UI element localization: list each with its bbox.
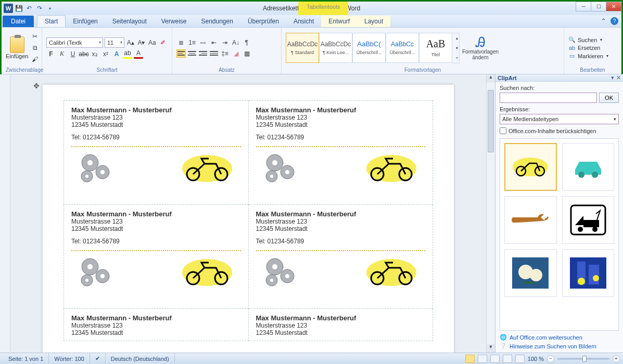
document-area[interactable]: ✥ Max Mustermann - Musterberuf Musterstr… (10, 74, 486, 353)
sort-icon[interactable]: A↓ (231, 38, 240, 47)
bullets-icon[interactable]: ≣ (176, 38, 186, 47)
font-size-combo[interactable]: 11 (105, 37, 124, 48)
media-type-combo[interactable]: Alle Mediendateitypen (500, 114, 619, 124)
label-cell[interactable]: Max Mustermann - Musterberuf Musterstras… (64, 205, 249, 309)
zoom-out-button[interactable]: − (547, 355, 554, 362)
help-icon[interactable]: ? (611, 17, 618, 25)
status-proofing[interactable]: ✔ (90, 353, 106, 364)
clipart-link-hints[interactable]: ❔Hinweise zum Suchen von Bildern (500, 342, 619, 350)
status-language[interactable]: Deutsch (Deutschland) (106, 353, 175, 364)
scroll-up-icon[interactable]: ▲ (487, 74, 495, 83)
align-justify-button[interactable] (209, 49, 219, 58)
label-cell[interactable]: Max Mustermann - Musterberuf Musterstras… (248, 101, 433, 205)
numbering-icon[interactable]: 1≡ (187, 38, 197, 47)
zoom-value[interactable]: 100 % (528, 356, 544, 362)
clipart-search-button[interactable]: OK (599, 93, 619, 103)
style-ueberschrift2[interactable]: AaBbCcÜberschrif... (386, 33, 419, 63)
font-color-button[interactable]: A (134, 49, 143, 59)
style-titel[interactable]: AaBTitel (419, 33, 452, 63)
view-outline-button[interactable] (503, 355, 512, 363)
office-checkbox-input[interactable] (500, 127, 506, 134)
label-cell[interactable]: Max Mustermann - Musterberuf Musterstras… (64, 101, 249, 205)
tab-seitenlayout[interactable]: Seitenlayout (105, 16, 154, 27)
strikethrough-button[interactable]: abc (79, 49, 88, 59)
clipart-result-rose[interactable] (504, 249, 557, 297)
replace-button[interactable]: abErsetzen (568, 45, 608, 51)
clipart-result-motorcycle[interactable] (504, 143, 557, 191)
file-tab[interactable]: Datei (3, 16, 34, 27)
save-icon[interactable]: 💾 (14, 4, 23, 13)
tab-verweise[interactable]: Verweise (154, 16, 194, 27)
find-button[interactable]: 🔍Suchen▾ (568, 36, 608, 43)
view-web-button[interactable] (490, 355, 500, 363)
format-painter-icon[interactable]: 🖌 (30, 55, 40, 64)
scroll-down-icon[interactable]: ▼ (487, 344, 495, 353)
label-cell[interactable]: Max Mustermann - Musterberuf Musterstras… (64, 309, 249, 341)
label-cell[interactable]: Max Mustermann - Musterberuf Musterstras… (248, 205, 433, 309)
highlight-color-button[interactable]: ab (123, 49, 132, 59)
bold-button[interactable]: F (46, 49, 56, 59)
underline-button[interactable]: U (68, 49, 78, 59)
styles-more-icon[interactable]: ▿ (452, 53, 462, 63)
subscript-button[interactable]: x₂ (90, 49, 99, 59)
tab-layout[interactable]: Layout (357, 16, 390, 27)
zoom-in-button[interactable]: + (613, 355, 620, 362)
clipart-result-building[interactable] (562, 249, 615, 297)
qat-dropdown-icon[interactable]: ▾ (45, 4, 55, 13)
clipart-result-car[interactable] (562, 143, 615, 191)
status-words[interactable]: Wörter: 100 (49, 353, 90, 364)
status-page[interactable]: Seite: 1 von 1 (3, 353, 49, 364)
maximize-button[interactable]: ☐ (591, 2, 606, 11)
change-styles-button[interactable]: Ꭿ Formatvorlagen ändern (462, 35, 499, 60)
font-family-combo[interactable]: Calibri (Textk (46, 37, 103, 48)
close-button[interactable]: ✕ (606, 2, 621, 11)
table-anchor-icon[interactable]: ✥ (33, 82, 40, 90)
pane-close-icon[interactable]: ✕ (616, 74, 621, 81)
view-fullscreen-button[interactable] (478, 355, 487, 363)
scroll-thumb[interactable] (488, 90, 494, 152)
minimize-button[interactable]: ─ (576, 2, 591, 11)
cut-icon[interactable]: ✂ (30, 32, 40, 41)
vertical-scrollbar[interactable]: ▲ ▼ (486, 74, 495, 353)
line-spacing-icon[interactable]: ‡≡ (220, 49, 230, 58)
tab-entwurf[interactable]: Entwurf (321, 16, 357, 27)
office-content-checkbox[interactable]: Office.com-Inhalte berücksichtigen (500, 127, 619, 134)
view-draft-button[interactable] (515, 355, 525, 363)
minimize-ribbon-icon[interactable]: ⌃ (601, 17, 606, 25)
shrink-font-icon[interactable]: A▾ (137, 38, 146, 47)
clipart-result-wrench[interactable] (504, 196, 557, 244)
tab-einfuegen[interactable]: Einfügen (66, 16, 105, 27)
multilevel-icon[interactable]: ⩶ (198, 38, 208, 47)
paste-button[interactable]: Einfügen (6, 36, 28, 59)
clipart-search-input[interactable] (500, 93, 597, 103)
align-center-button[interactable] (187, 49, 197, 58)
styles-scroll-down-icon[interactable]: ▾ (452, 43, 462, 53)
show-marks-icon[interactable]: ¶ (242, 38, 251, 47)
align-left-button[interactable] (176, 49, 186, 58)
italic-button[interactable]: K (57, 49, 67, 59)
view-print-layout-button[interactable] (465, 355, 475, 363)
style-ueberschrift1[interactable]: AaBbC(Überschrif... (352, 33, 386, 63)
clipart-result-towtruck[interactable] (562, 196, 615, 244)
style-standard[interactable]: AaBbCcDc¶ Standard (286, 33, 319, 63)
align-right-button[interactable] (198, 49, 208, 58)
undo-icon[interactable]: ↶ (24, 4, 34, 13)
clear-format-icon[interactable]: ✐ (158, 38, 168, 47)
tab-sendungen[interactable]: Sendungen (194, 16, 240, 27)
decrease-indent-icon[interactable]: ⇤ (209, 38, 219, 47)
styles-scroll-up-icon[interactable]: ▴ (452, 33, 462, 43)
tab-ueberpruefen[interactable]: Überprüfen (240, 16, 286, 27)
tab-start[interactable]: Start (37, 15, 66, 27)
copy-icon[interactable]: ⧉ (30, 43, 40, 53)
zoom-slider-knob[interactable] (582, 356, 587, 362)
change-case-icon[interactable]: Aa (147, 38, 157, 47)
tab-ansicht[interactable]: Ansicht (286, 16, 321, 27)
pane-dropdown-icon[interactable]: ▾ (611, 74, 614, 81)
grow-font-icon[interactable]: A▴ (126, 38, 135, 47)
label-cell[interactable]: Max Mustermann - Musterberuf Musterstras… (248, 309, 433, 341)
borders-icon[interactable]: ▦ (242, 49, 251, 58)
shading-icon[interactable]: ◢ (231, 49, 240, 58)
increase-indent-icon[interactable]: ⇥ (220, 38, 230, 47)
text-effects-icon[interactable]: A (112, 49, 121, 59)
clipart-link-office[interactable]: 🌐Auf Office.com weitersuchen (500, 333, 619, 342)
